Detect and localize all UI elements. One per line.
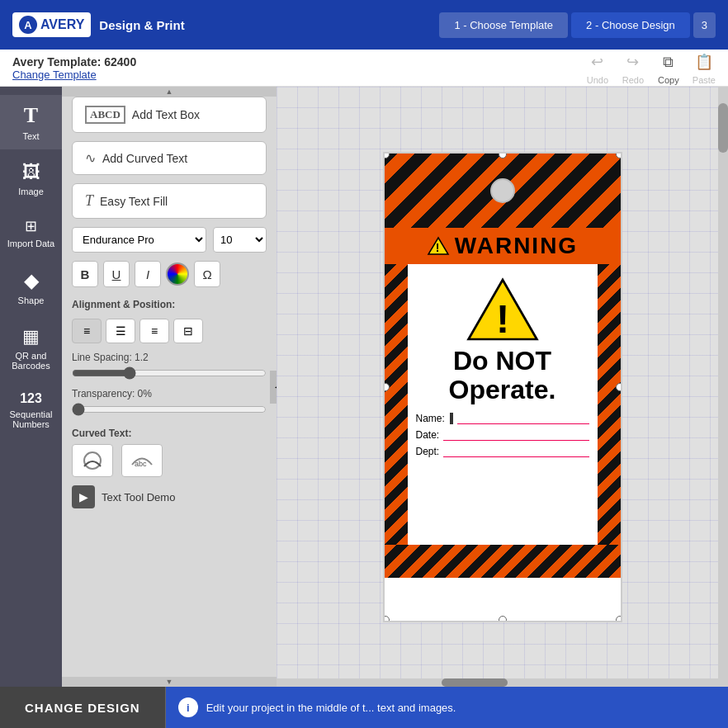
- nav-step-1[interactable]: 1 - Choose Template: [439, 12, 568, 38]
- tool-panel: ▲ ABCD Add Text Box ∿ Add Curved Text T …: [62, 87, 277, 687]
- name-underline: [457, 413, 589, 424]
- sidebar-item-image[interactable]: 🖼 Image: [0, 154, 62, 205]
- curved-text-section: Curved Text: abc: [72, 424, 267, 477]
- font-select[interactable]: Endurance Pro: [72, 227, 206, 253]
- template-title: Avery Template: 62400: [12, 55, 136, 69]
- paste-label: Paste: [693, 75, 716, 85]
- caution-triangle: !: [466, 277, 540, 343]
- scrollbar-thumb-h[interactable]: [442, 678, 508, 687]
- resize-handle-mr[interactable]: [616, 383, 622, 391]
- change-template-link[interactable]: Change Template: [12, 69, 136, 81]
- panel-scroll-down[interactable]: ▼: [62, 677, 277, 687]
- sidebar-image-label: Image: [18, 187, 44, 196]
- info-icon: i: [178, 697, 198, 717]
- change-design-button[interactable]: CHANGE DESIGN: [0, 687, 166, 728]
- panel-scroll-up[interactable]: ▲: [62, 87, 277, 97]
- add-text-box-button[interactable]: ABCD Add Text Box: [72, 97, 267, 133]
- undo-icon: ↩: [586, 50, 609, 73]
- resize-handle-bm[interactable]: [499, 616, 507, 622]
- line-spacing-label: Line Spacing: 1.2: [72, 352, 267, 363]
- scrollbar-thumb-v[interactable]: [718, 103, 728, 153]
- align-right-button[interactable]: ≡: [139, 319, 169, 343]
- logo-a-mark: A: [19, 16, 37, 34]
- form-section: Name: Date: Dept:: [416, 413, 589, 462]
- sidebar-text-label: Text: [22, 131, 39, 141]
- dept-underline: [443, 446, 589, 457]
- align-center-button[interactable]: ☰: [106, 319, 135, 343]
- icon-sidebar: T Text 🖼 Image ⊞ Import Data ◆ Shape ▦ Q…: [0, 87, 62, 687]
- color-picker[interactable]: [166, 262, 189, 286]
- resize-handle-tl[interactable]: [383, 152, 390, 158]
- add-text-box-label: Add Text Box: [132, 108, 200, 121]
- curved-text-label: Curved Text:: [72, 428, 267, 439]
- redo-button[interactable]: ↪ Redo: [622, 50, 645, 85]
- sidebar-item-shape[interactable]: ◆ Shape: [0, 261, 62, 314]
- sidebar-item-seq[interactable]: 123 Sequential Numbers: [0, 383, 62, 437]
- top-navigation: A AVERY Design & Print 1 - Choose Templa…: [0, 0, 728, 50]
- nav-step-2[interactable]: 2 - Choose Design: [571, 12, 690, 38]
- warning-tag: ! WARNING !: [383, 152, 622, 622]
- redo-label: Redo: [622, 75, 644, 85]
- panel-collapse-button[interactable]: ◀: [270, 371, 277, 404]
- hazard-stripes-top: [385, 154, 621, 228]
- easy-text-fill-button[interactable]: T Easy Text Fill: [72, 183, 267, 219]
- underline-button[interactable]: U: [103, 261, 130, 287]
- middle-section: ! Do NOTOperate. Name:: [385, 264, 621, 545]
- line-spacing-slider[interactable]: [72, 366, 267, 380]
- do-not-operate-text[interactable]: Do NOTOperate.: [449, 347, 556, 404]
- alignment-label: Alignment & Position:: [72, 299, 267, 310]
- vertical-scrollbar[interactable]: [718, 87, 728, 687]
- avery-logo: A AVERY: [12, 12, 91, 37]
- add-curved-text-button[interactable]: ∿ Add Curved Text: [72, 141, 267, 175]
- resize-handle-tr[interactable]: [616, 152, 622, 158]
- transparency-slider[interactable]: [72, 403, 267, 416]
- resize-handle-bl[interactable]: [383, 616, 390, 622]
- import-icon: ⊞: [25, 217, 37, 235]
- demo-label: Text Tool Demo: [102, 491, 175, 503]
- demo-icon: ▶: [72, 485, 95, 508]
- hazard-stripes-left: [385, 264, 408, 545]
- nav-step-3[interactable]: 3: [693, 12, 716, 38]
- image-icon: 🖼: [22, 162, 40, 183]
- info-text: Edit your project in the middle of t... …: [206, 702, 456, 714]
- warning-triangle-icon: !: [427, 236, 450, 256]
- easy-text-icon: T: [85, 192, 93, 210]
- paste-button[interactable]: 📋 Paste: [693, 50, 716, 85]
- add-curved-text-label: Add Curved Text: [102, 152, 187, 165]
- redo-icon: ↪: [622, 50, 645, 73]
- label-container[interactable]: ! WARNING !: [383, 152, 622, 622]
- demo-row[interactable]: ▶ Text Tool Demo: [72, 485, 267, 508]
- curve-none-button[interactable]: [72, 444, 113, 477]
- copy-button[interactable]: ⧉ Copy: [657, 50, 680, 85]
- sidebar-item-qr[interactable]: ▦ QR and Barcodes: [0, 318, 62, 379]
- date-line: Date:: [416, 429, 589, 441]
- sidebar-qr-label: QR and Barcodes: [4, 351, 58, 371]
- main-content: T Text 🖼 Image ⊞ Import Data ◆ Shape ▦ Q…: [0, 87, 728, 687]
- sidebar-item-text[interactable]: T Text: [0, 95, 62, 149]
- resize-handle-br[interactable]: [616, 616, 622, 622]
- bold-button[interactable]: B: [72, 261, 98, 287]
- date-underline: [443, 429, 589, 441]
- font-size-select[interactable]: 10: [213, 227, 267, 253]
- align-left-button[interactable]: ≡: [72, 319, 102, 343]
- omega-button[interactable]: Ω: [194, 261, 220, 287]
- sidebar-seq-label: Sequential Numbers: [4, 409, 58, 429]
- undo-button[interactable]: ↩ Undo: [586, 50, 609, 85]
- bottom-bar: CHANGE DESIGN i Edit your project in the…: [0, 687, 728, 728]
- inner-content: ! Do NOTOperate. Name:: [408, 264, 598, 545]
- horizontal-scrollbar[interactable]: [277, 678, 728, 687]
- canvas-area[interactable]: ! WARNING !: [277, 87, 728, 687]
- easy-text-fill-label: Easy Text Fill: [100, 195, 168, 208]
- seq-icon: 123: [20, 391, 42, 406]
- sidebar-item-import[interactable]: ⊞ Import Data: [0, 209, 62, 257]
- curve-arc-button[interactable]: abc: [121, 444, 163, 477]
- transparency-row: Transparency: 0%: [72, 388, 267, 416]
- shape-icon: ◆: [24, 269, 39, 292]
- info-bar: i Edit your project in the middle of t..…: [166, 687, 728, 728]
- dept-line: Dept:: [416, 446, 589, 457]
- hazard-stripes-right: [598, 264, 621, 545]
- text-box-icon: ABCD: [85, 106, 125, 124]
- italic-button[interactable]: I: [135, 261, 161, 287]
- template-bar: Avery Template: 62400 Change Template ↩ …: [0, 50, 728, 87]
- align-justify-button[interactable]: ⊟: [173, 319, 203, 343]
